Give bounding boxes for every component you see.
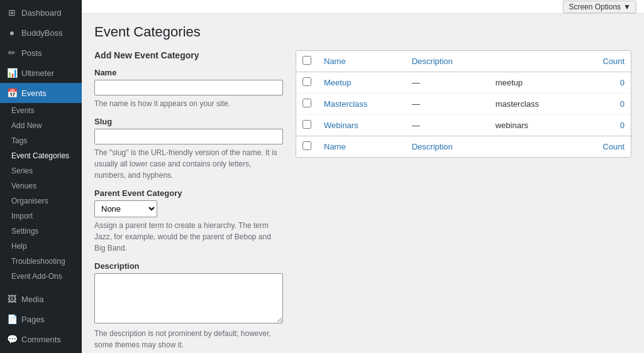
tf-slug [489,136,577,158]
row-slug-cell: webinars [489,115,577,136]
parent-select[interactable]: None [94,200,157,217]
sidebar-item-ultimeter[interactable]: 📊 Ultimeter [0,63,82,83]
sidebar-item-import[interactable]: Import [0,209,82,224]
description-field-group: Description The description is not promi… [94,261,283,350]
page-title: Event Categories [94,24,631,40]
table-row: Meetup — meetup 0 [296,72,631,94]
row-count-cell: 0 [577,94,631,115]
sidebar-label-posts: Posts [21,48,42,58]
category-name-link[interactable]: Meetup [324,78,351,87]
sidebar-item-comments[interactable]: 💬 Comments [0,329,82,349]
sidebar-item-tags[interactable]: Tags [0,133,82,148]
main-wrapper: Screen Options ▼ Event Categories Add Ne… [82,0,644,353]
form-title: Add New Event Category [94,50,283,60]
row-check-cell [296,72,318,94]
sidebar-item-posts[interactable]: ✏ Posts [0,43,82,63]
row-checkbox[interactable] [303,120,311,129]
sidebar-item-spaces[interactable]: 🚀 Spaces [0,349,82,353]
select-all-footer-checkbox[interactable] [303,141,311,150]
sidebar: ⊞ Dashboard ● BuddyBoss ✏ Posts 📊 Ultime… [0,0,82,353]
table-row: Masterclass — masterclass 0 [296,94,631,115]
tf-description[interactable]: Description [406,136,489,158]
row-slug-cell: meetup [489,72,577,94]
comments-icon: 💬 [6,334,18,344]
table-row: Webinars — webinars 0 [296,115,631,136]
row-name-cell: Meetup [318,72,406,94]
screen-options-label: Screen Options [569,3,621,11]
screen-options-chevron-icon: ▼ [623,3,631,11]
sidebar-item-dashboard[interactable]: ⊞ Dashboard [0,3,82,23]
th-description[interactable]: Description [406,51,489,72]
row-name-cell: Webinars [318,115,406,136]
description-hint: The description is not prominent by defa… [94,328,283,350]
row-count-cell: 0 [577,72,631,94]
select-all-checkbox[interactable] [303,56,311,65]
table-header-row: Name Description Count [296,51,631,72]
row-count-cell: 0 [577,115,631,136]
sidebar-item-events[interactable]: 📅 Events [0,83,82,103]
parent-field-group: Parent Event Category None Assign a pare… [94,188,283,254]
categories-table-section: Name Description Count Meetup — meetup 0 [296,50,631,158]
sidebar-item-settings[interactable]: Settings [0,224,82,239]
sidebar-label-buddyboss: BuddyBoss [21,28,63,38]
dashboard-icon: ⊞ [6,8,18,18]
name-field-group: Name The name is how it appears on your … [94,68,283,109]
row-name-cell: Masterclass [318,94,406,115]
slug-label: Slug [94,117,283,126]
sidebar-label-events: Events [21,89,47,98]
buddyboss-icon: ● [6,28,18,38]
sidebar-item-event-categories[interactable]: Event Categories [0,148,82,163]
sidebar-label-dashboard: Dashboard [21,8,62,18]
sidebar-item-troubleshooting[interactable]: Troubleshooting [0,254,82,269]
sidebar-item-series[interactable]: Series [0,163,82,178]
name-input[interactable] [94,80,283,95]
name-hint: The name is how it appears on your site. [94,98,283,109]
category-name-link[interactable]: Webinars [324,121,358,130]
two-col-layout: Add New Event Category Name The name is … [94,50,631,353]
th-count[interactable]: Count [577,51,631,72]
slug-hint: The "slug" is the URL-friendly version o… [94,147,283,181]
sidebar-item-pages[interactable]: 📄 Pages [0,309,82,329]
slug-field-group: Slug The "slug" is the URL-friendly vers… [94,117,283,181]
sidebar-item-event-addons[interactable]: Event Add-Ons [0,269,82,284]
row-description-cell: — [406,72,489,94]
sidebar-item-media[interactable]: 🖼 Media [0,289,82,309]
category-name-link[interactable]: Masterclass [324,99,367,109]
tf-count[interactable]: Count [577,136,631,158]
posts-icon: ✏ [6,48,18,58]
th-check [296,51,318,72]
pages-icon: 📄 [6,314,18,324]
th-name[interactable]: Name [318,51,406,72]
events-icon: 📅 [6,88,18,98]
row-description-cell: — [406,115,489,136]
sidebar-item-help[interactable]: Help [0,239,82,254]
ultimeter-icon: 📊 [6,68,18,78]
table-footer-row: Name Description Count [296,136,631,158]
top-bar: Screen Options ▼ [82,0,644,14]
sidebar-item-buddyboss[interactable]: ● BuddyBoss [0,23,82,43]
screen-options-button[interactable]: Screen Options ▼ [563,1,636,13]
sidebar-label-ultimeter: Ultimeter [21,68,54,78]
parent-label: Parent Event Category [94,188,283,198]
sidebar-label-comments: Comments [21,335,61,344]
row-checkbox[interactable] [303,99,311,107]
categories-table: Name Description Count Meetup — meetup 0 [296,51,631,157]
media-icon: 🖼 [6,294,18,304]
row-description-cell: — [406,94,489,115]
sidebar-label-pages: Pages [21,315,45,324]
description-textarea[interactable] [94,273,283,323]
sidebar-item-events-main[interactable]: Events [0,103,82,118]
tf-check [296,136,318,158]
sidebar-label-media: Media [21,295,43,304]
description-label: Description [94,261,283,271]
row-check-cell [296,94,318,115]
parent-hint: Assign a parent term to create a hierarc… [94,220,283,254]
slug-input[interactable] [94,129,283,144]
tf-name[interactable]: Name [318,136,406,158]
sidebar-item-add-new[interactable]: Add New [0,118,82,133]
row-checkbox[interactable] [303,77,311,86]
name-label: Name [94,68,283,77]
sidebar-item-organisers[interactable]: Organisers [0,193,82,209]
row-check-cell [296,115,318,136]
sidebar-item-venues[interactable]: Venues [0,178,82,193]
